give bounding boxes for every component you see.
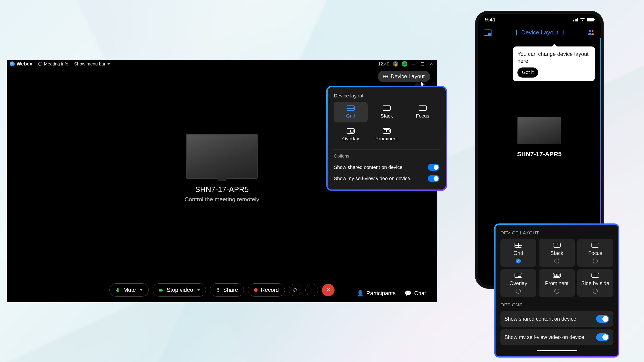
mobile-option-focus[interactable]: Focus bbox=[577, 239, 613, 267]
mobile-layout-grid: Grid Stack Focus Overlay Prominent bbox=[500, 239, 613, 297]
participants-icon: 👤 bbox=[357, 290, 364, 297]
focus-icon bbox=[418, 105, 427, 111]
desktop-window: Webex i Meeting info Show menu bar 12:40… bbox=[7, 60, 437, 302]
radio-icon bbox=[593, 259, 598, 264]
mobile-option-sidebyside[interactable]: Side by side bbox=[577, 269, 613, 297]
window-minimize-button[interactable]: — bbox=[411, 61, 416, 67]
remote-device-tile: SHN7-17-APR5 Control the meeting remotel… bbox=[185, 134, 260, 203]
window-close-button[interactable]: ✕ bbox=[429, 61, 434, 67]
popover-heading: Device layout bbox=[334, 93, 440, 99]
phone-notch bbox=[516, 14, 563, 22]
side-by-side-icon bbox=[592, 273, 599, 278]
device-screen-icon bbox=[518, 117, 561, 144]
radio-icon bbox=[516, 289, 521, 294]
webex-logo-icon bbox=[10, 61, 15, 66]
battery-icon bbox=[587, 18, 594, 21]
grid-icon bbox=[514, 243, 522, 248]
tooltip-text: You can change device layout here. bbox=[518, 50, 590, 64]
device-layout-button[interactable]: Device Layout bbox=[378, 71, 430, 82]
device-screen-icon bbox=[186, 134, 258, 179]
mobile-option-prominent[interactable]: Prominent bbox=[539, 269, 575, 297]
more-button[interactable]: ⋯ bbox=[306, 284, 318, 296]
end-call-button[interactable]: ✕ bbox=[322, 284, 334, 296]
participants-icon[interactable] bbox=[588, 29, 595, 36]
toggle-row-shared-content: Show shared content on device bbox=[334, 162, 440, 173]
mobile-panel-heading: DEVICE LAYOUT bbox=[500, 230, 613, 236]
cellular-icon bbox=[573, 18, 578, 21]
mobile-layout-panel-frame: DEVICE LAYOUT Grid Stack Focus Overlay bbox=[494, 223, 620, 358]
camera-icon bbox=[159, 288, 164, 293]
mobile-toggle-shared[interactable] bbox=[596, 315, 609, 323]
svg-rect-0 bbox=[403, 64, 404, 65]
mute-button[interactable]: Mute bbox=[109, 283, 149, 297]
meeting-info-button[interactable]: i Meeting info bbox=[38, 61, 68, 67]
clock: 12:40 bbox=[378, 61, 389, 67]
radio-icon bbox=[554, 259, 559, 264]
layout-option-grid[interactable]: Grid bbox=[334, 102, 368, 122]
toggle-shared-content[interactable] bbox=[428, 164, 440, 171]
window-maximize-button[interactable] bbox=[420, 61, 425, 67]
chevron-down-icon bbox=[140, 289, 143, 291]
close-icon: ✕ bbox=[326, 286, 331, 294]
lock-icon[interactable]: 🔒 bbox=[393, 61, 398, 67]
layout-option-overlay[interactable]: Overlay bbox=[334, 125, 368, 145]
focus-icon bbox=[592, 243, 599, 248]
grid-icon bbox=[346, 105, 355, 111]
layout-option-focus[interactable]: Focus bbox=[406, 102, 440, 122]
smile-icon: ☺ bbox=[292, 287, 298, 293]
chat-button[interactable]: 💬 Chat bbox=[404, 290, 426, 297]
record-button[interactable]: Record bbox=[248, 283, 285, 297]
toggle-self-view[interactable] bbox=[428, 175, 440, 182]
divider bbox=[333, 149, 440, 149]
prominent-icon bbox=[382, 128, 391, 134]
overlay-icon bbox=[346, 128, 355, 134]
participants-button[interactable]: 👤 Participants bbox=[357, 290, 396, 297]
stop-video-button[interactable]: Stop video bbox=[153, 283, 206, 297]
titlebar: Webex i Meeting info Show menu bar 12:40… bbox=[7, 60, 437, 68]
stack-icon bbox=[553, 243, 560, 248]
record-icon bbox=[254, 288, 258, 292]
coachmark-tooltip: You can change device layout here. Got i… bbox=[513, 46, 595, 81]
mobile-layout-panel: DEVICE LAYOUT Grid Stack Focus Overlay bbox=[496, 225, 618, 356]
device-subtitle: Control the meeting remotely bbox=[185, 196, 260, 203]
mobile-option-stack[interactable]: Stack bbox=[539, 239, 575, 267]
device-layout-pill[interactable]: Device Layout bbox=[517, 27, 563, 37]
toolbar-right-group: 👤 Participants 💬 Chat bbox=[357, 290, 426, 297]
phone-device-name: SHN7-17-APR5 bbox=[478, 151, 600, 158]
home-indicator[interactable] bbox=[537, 350, 577, 351]
radio-icon bbox=[593, 289, 598, 294]
mobile-option-overlay[interactable]: Overlay bbox=[500, 269, 536, 297]
device-layout-popover: Device layout Grid Stack Focus bbox=[328, 87, 446, 189]
popover-options-heading: Options bbox=[334, 153, 440, 159]
svg-point-3 bbox=[589, 30, 591, 32]
svg-point-4 bbox=[592, 30, 594, 32]
device-layout-pill-frame: Device Layout bbox=[516, 28, 564, 37]
status-time: 9:41 bbox=[485, 16, 496, 23]
toggle-row-self-view: Show my self-view video on device bbox=[334, 173, 440, 184]
app-brand: Webex bbox=[10, 61, 32, 67]
chat-icon: 💬 bbox=[404, 290, 412, 297]
microphone-icon bbox=[116, 288, 120, 293]
reactions-button[interactable]: ☺ bbox=[289, 284, 302, 296]
mobile-option-grid[interactable]: Grid bbox=[500, 239, 536, 267]
meeting-content: Device Layout Device layout Grid Stack bbox=[7, 68, 437, 302]
mobile-toggle-selfview[interactable] bbox=[596, 334, 609, 341]
share-button[interactable]: ⇪ Share bbox=[210, 283, 244, 297]
phone-remote-device-tile: SHN7-17-APR5 bbox=[478, 117, 600, 158]
phone-topbar: Device Layout bbox=[478, 28, 600, 37]
svg-rect-1 bbox=[404, 63, 405, 65]
tooltip-gotit-button[interactable]: Got it bbox=[518, 67, 538, 77]
layout-grid-icon bbox=[383, 75, 388, 78]
radio-selected-icon bbox=[516, 259, 521, 264]
pip-icon[interactable] bbox=[484, 29, 492, 36]
stack-icon bbox=[382, 105, 391, 111]
layout-options-grid: Grid Stack Focus Overlay bbox=[334, 102, 440, 145]
device-name: SHN7-17-APR5 bbox=[185, 185, 260, 194]
overlay-icon bbox=[514, 273, 522, 278]
layout-option-prominent[interactable]: Prominent bbox=[370, 125, 404, 145]
signal-icon[interactable] bbox=[402, 61, 407, 67]
prominent-icon bbox=[553, 273, 560, 278]
ellipsis-icon: ⋯ bbox=[309, 287, 314, 293]
layout-option-stack[interactable]: Stack bbox=[370, 102, 404, 122]
show-menu-bar-button[interactable]: Show menu bar bbox=[74, 61, 110, 67]
